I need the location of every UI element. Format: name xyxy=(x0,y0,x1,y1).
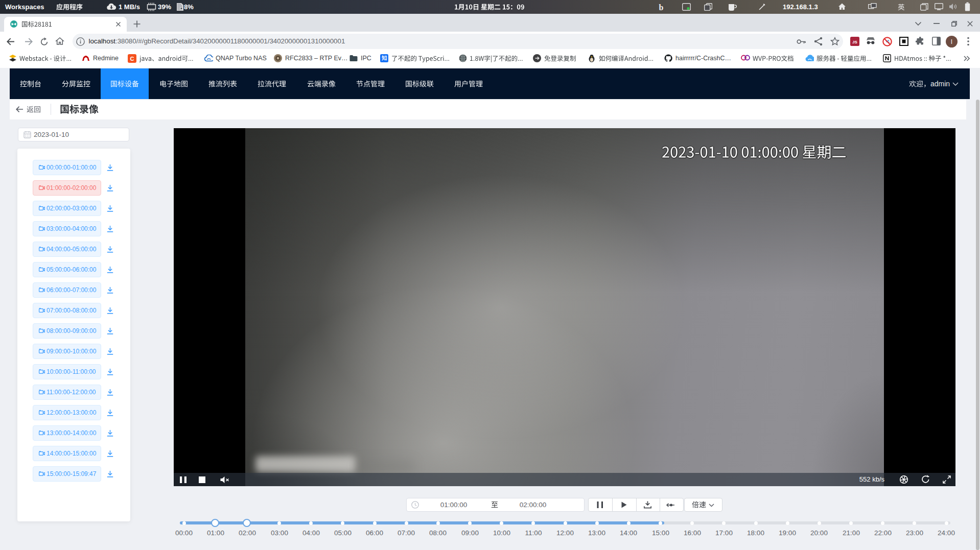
svg-text:C: C xyxy=(130,56,134,62)
svg-text:JS: JS xyxy=(852,40,857,44)
